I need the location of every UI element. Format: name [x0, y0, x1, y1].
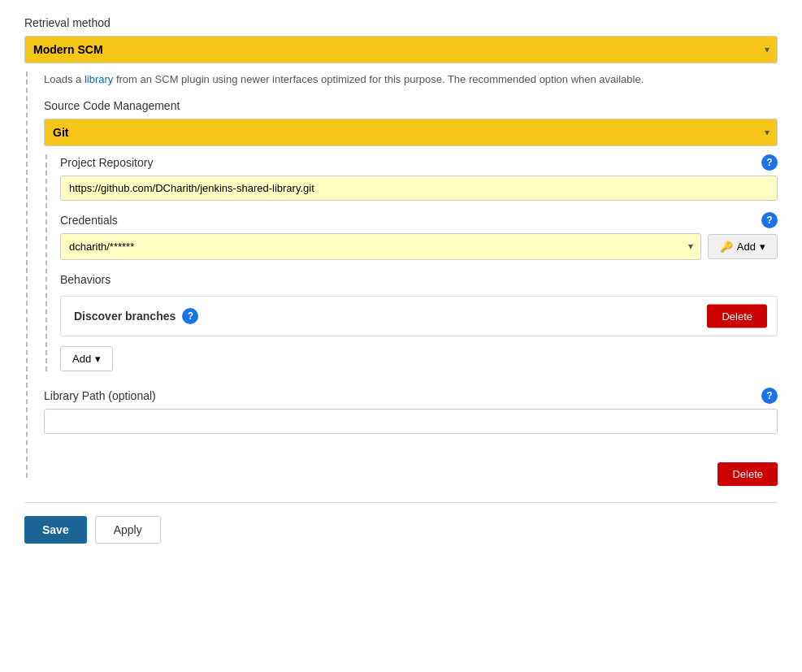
library-path-input-container: Delete	[44, 409, 778, 478]
retrieval-info-block: Loads a library from an SCM plugin using…	[26, 72, 778, 478]
behavior-header: Discover branches ?	[74, 308, 764, 324]
library-path-help-icon[interactable]: ?	[761, 388, 778, 404]
bottom-actions: Save Apply	[24, 502, 778, 544]
behaviors-add-button[interactable]: Add ▾	[60, 346, 113, 371]
scm-label: Source Code Management	[44, 99, 778, 112]
library-path-row-label: Library Path (optional) ?	[44, 388, 778, 404]
behaviors-add-caret-icon: ▾	[95, 353, 101, 365]
project-repo-help-icon[interactable]: ?	[761, 154, 778, 171]
credentials-select-wrapper: dcharith/******- none - ▾	[60, 233, 701, 260]
library-link[interactable]: library	[85, 73, 113, 85]
library-path-label: Library Path (optional)	[44, 389, 156, 402]
credentials-input-row: dcharith/******- none - ▾ 🔑 Add ▾	[60, 233, 778, 260]
page-wrapper: Retrieval method Modern SCMLegacy SCM ▾ …	[0, 0, 802, 672]
project-repo-input[interactable]	[60, 176, 778, 201]
apply-button[interactable]: Apply	[95, 516, 161, 544]
credentials-add-label: Add	[737, 241, 756, 253]
credentials-select[interactable]: dcharith/******- none -	[60, 233, 701, 260]
save-button[interactable]: Save	[24, 516, 87, 544]
discover-branches-help-icon[interactable]: ?	[182, 308, 198, 324]
retrieval-method-select[interactable]: Modern SCMLegacy SCM	[24, 36, 778, 63]
discover-branches-title: Discover branches	[74, 310, 176, 323]
scm-section: Source Code Management GitSVN ▾ Project …	[44, 99, 778, 371]
scm-inner-block: Project Repository ? Credentials ? dchar…	[46, 154, 778, 371]
retrieval-info-text: Loads a library from an SCM plugin using…	[44, 72, 778, 88]
project-repo-label: Project Repository	[60, 156, 153, 169]
scm-select[interactable]: GitSVN	[44, 119, 778, 146]
discover-branches-delete-button[interactable]: Delete	[707, 304, 767, 327]
scm-select-wrapper: GitSVN ▾	[44, 119, 778, 146]
library-path-input[interactable]	[44, 409, 778, 434]
retrieval-method-label: Retrieval method	[24, 16, 778, 29]
credentials-help-icon[interactable]: ?	[761, 212, 778, 228]
project-repo-row: Project Repository ?	[60, 154, 778, 171]
credentials-add-caret-icon: ▾	[760, 241, 765, 253]
behaviors-label: Behaviors	[60, 273, 778, 286]
credentials-row-label: Credentials ?	[60, 212, 778, 228]
library-path-section: Library Path (optional) ? Delete	[44, 388, 778, 478]
discover-branches-behavior: Discover branches ? Delete	[60, 296, 778, 336]
behaviors-add-label: Add	[72, 353, 91, 365]
credentials-label: Credentials	[60, 214, 118, 227]
key-icon: 🔑	[720, 241, 733, 253]
credentials-add-button[interactable]: 🔑 Add ▾	[708, 234, 778, 259]
library-path-delete-button[interactable]: Delete	[717, 462, 778, 486]
retrieval-method-select-wrapper: Modern SCMLegacy SCM ▾	[24, 36, 778, 63]
